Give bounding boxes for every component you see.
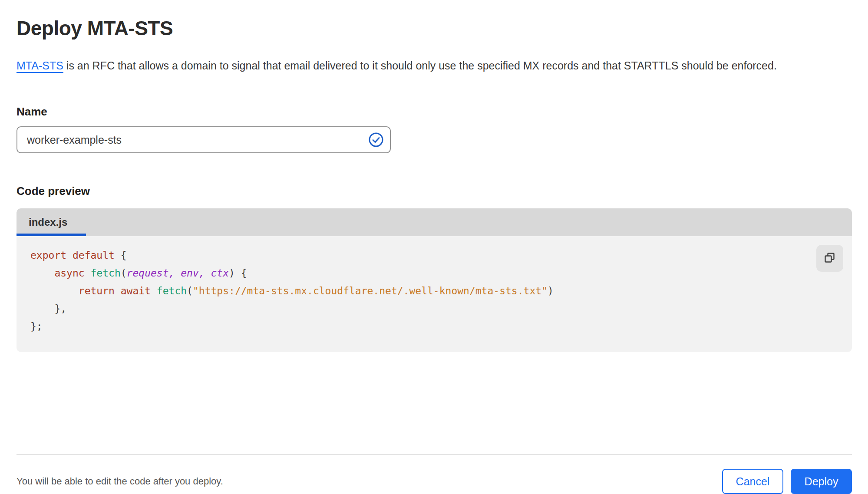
mta-sts-link[interactable]: MTA-STS [17, 59, 63, 72]
code-editor: index.js export default { async fetch(re… [17, 208, 852, 352]
code-line: export default { [30, 247, 852, 264]
code-line: }, [30, 300, 852, 318]
page-title: Deploy MTA-STS [17, 16, 852, 40]
code-line: return await fetch("https://mta-sts.mx.c… [30, 282, 852, 300]
footer-divider [17, 454, 852, 455]
name-label: Name [17, 105, 852, 119]
footer: You will be able to edit the code after … [17, 469, 852, 494]
spacer [17, 352, 852, 454]
check-circle-icon [368, 132, 384, 148]
deploy-mta-sts-page: Deploy MTA-STS MTA-STS is an RFC that al… [0, 0, 868, 494]
editor-tabbar: index.js [17, 208, 852, 236]
deploy-button[interactable]: Deploy [791, 469, 852, 494]
code-line: async fetch(request, env, ctx) { [30, 264, 852, 282]
tab-index-js[interactable]: index.js [17, 208, 86, 236]
name-input-container [17, 126, 391, 153]
code-block: export default { async fetch(request, en… [30, 247, 852, 336]
description-text: is an RFC that allows a domain to signal… [63, 59, 777, 72]
footer-actions: Cancel Deploy [722, 469, 852, 494]
code-preview-label: Code preview [17, 184, 852, 198]
code-area: export default { async fetch(request, en… [17, 236, 852, 352]
code-line: }; [30, 318, 852, 336]
copy-code-button[interactable] [816, 245, 843, 272]
name-input[interactable] [17, 126, 391, 153]
tab-label: index.js [29, 216, 67, 228]
footer-note: You will be able to edit the code after … [17, 476, 223, 487]
description: MTA-STS is an RFC that allows a domain t… [17, 56, 842, 76]
cancel-button[interactable]: Cancel [722, 469, 783, 494]
copy-icon [824, 252, 836, 265]
